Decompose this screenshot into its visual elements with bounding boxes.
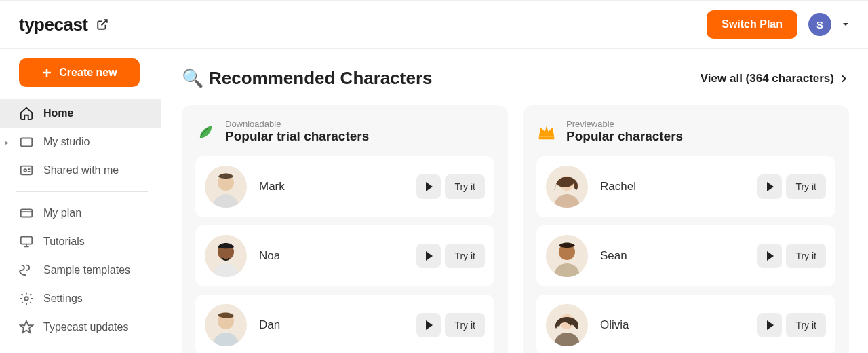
play-icon bbox=[767, 251, 774, 261]
panel-eyebrow: Previewable bbox=[566, 119, 683, 129]
character-avatar bbox=[205, 304, 247, 346]
sidebar-item-tutorials[interactable]: Tutorials bbox=[0, 227, 161, 256]
sidebar-item-label: Typecast updates bbox=[43, 321, 128, 333]
sidebar-item-settings[interactable]: Settings bbox=[0, 284, 161, 313]
panel-title: Popular characters bbox=[566, 129, 683, 144]
play-button[interactable] bbox=[416, 313, 441, 337]
wave-icon bbox=[19, 263, 34, 278]
monitor-icon bbox=[19, 234, 34, 249]
character-card: Mark Try it bbox=[195, 156, 494, 217]
character-card: Noa Try it bbox=[195, 225, 494, 286]
character-avatar bbox=[546, 304, 588, 346]
sidebar-item-my-plan[interactable]: My plan bbox=[0, 199, 161, 227]
play-icon bbox=[767, 320, 774, 330]
topbar: typecast Switch Plan S bbox=[0, 0, 868, 49]
try-it-button[interactable]: Try it bbox=[445, 313, 485, 337]
switch-plan-button[interactable]: Switch Plan bbox=[707, 10, 797, 39]
panel-header: Downloadable Popular trial characters bbox=[195, 119, 494, 144]
character-avatar bbox=[205, 235, 247, 277]
sidebar-divider bbox=[16, 191, 148, 192]
character-card: Olivia Try it bbox=[536, 295, 835, 353]
panel-eyebrow: Downloadable bbox=[225, 119, 369, 129]
card-icon bbox=[19, 206, 34, 221]
star-icon bbox=[19, 320, 34, 335]
character-avatar bbox=[205, 166, 247, 208]
crown-icon bbox=[536, 122, 557, 142]
section-header: 🔍 Recommended Characters View all (364 c… bbox=[182, 68, 849, 89]
sidebar-item-shared[interactable]: Shared with me bbox=[0, 156, 161, 185]
svg-rect-3 bbox=[21, 210, 33, 217]
play-button[interactable] bbox=[416, 244, 441, 268]
character-name: Rachel bbox=[600, 180, 757, 193]
logo[interactable]: typecast bbox=[19, 14, 108, 35]
view-all-link[interactable]: View all (364 characters) bbox=[701, 72, 849, 86]
panel-header: Previewable Popular characters bbox=[536, 119, 835, 144]
svg-point-5 bbox=[24, 297, 28, 301]
character-avatar bbox=[546, 166, 588, 208]
sidebar-item-my-studio[interactable]: ▸ My studio bbox=[0, 128, 161, 156]
try-it-button[interactable]: Try it bbox=[786, 174, 826, 199]
panel-title: Popular trial characters bbox=[225, 129, 369, 144]
play-icon bbox=[767, 182, 774, 191]
create-new-button[interactable]: Create new bbox=[19, 58, 140, 87]
sidebar-item-label: Sample templates bbox=[43, 264, 130, 276]
play-icon bbox=[426, 182, 433, 191]
character-card: Sean Try it bbox=[536, 225, 835, 286]
leaf-icon bbox=[195, 122, 216, 142]
chevron-right-icon bbox=[838, 73, 849, 84]
sidebar-item-label: My studio bbox=[43, 136, 90, 148]
logo-text: typecast bbox=[19, 14, 88, 35]
sidebar-item-label: Home bbox=[43, 107, 73, 119]
play-button[interactable] bbox=[757, 174, 782, 199]
play-icon bbox=[426, 320, 433, 330]
sidebar-item-home[interactable]: Home bbox=[0, 99, 161, 128]
user-avatar[interactable]: S bbox=[808, 13, 831, 36]
character-name: Olivia bbox=[600, 318, 757, 332]
character-name: Sean bbox=[600, 249, 757, 263]
sidebar-item-label: Shared with me bbox=[43, 164, 119, 176]
try-it-button[interactable]: Try it bbox=[445, 244, 485, 268]
svg-rect-0 bbox=[21, 138, 33, 147]
topbar-right: Switch Plan S bbox=[707, 10, 849, 39]
character-card: Rachel Try it bbox=[536, 156, 835, 217]
character-card: Dan Try it bbox=[195, 295, 494, 353]
svg-rect-4 bbox=[21, 237, 33, 244]
sidebar-item-updates[interactable]: Typecast updates bbox=[0, 313, 161, 341]
folder-icon bbox=[19, 134, 34, 149]
main-content: 🔍 Recommended Characters View all (364 c… bbox=[161, 49, 868, 353]
panel-popular-characters: Previewable Popular characters Rachel Tr… bbox=[523, 105, 849, 353]
try-it-button[interactable]: Try it bbox=[786, 244, 826, 268]
play-button[interactable] bbox=[757, 313, 782, 337]
sidebar-item-label: Settings bbox=[43, 293, 83, 305]
character-name: Noa bbox=[259, 249, 416, 263]
sidebar-item-label: My plan bbox=[43, 207, 81, 219]
svg-point-2 bbox=[24, 169, 26, 172]
section-title: 🔍 Recommended Characters bbox=[182, 68, 432, 89]
try-it-button[interactable]: Try it bbox=[445, 174, 485, 199]
svg-rect-12 bbox=[539, 136, 555, 139]
play-button[interactable] bbox=[416, 174, 441, 199]
plus-icon bbox=[41, 67, 52, 78]
home-icon bbox=[19, 106, 34, 121]
create-new-label: Create new bbox=[59, 67, 117, 79]
gear-icon bbox=[19, 291, 34, 306]
sidebar-item-label: Tutorials bbox=[43, 236, 85, 248]
try-it-button[interactable]: Try it bbox=[786, 313, 826, 337]
play-button[interactable] bbox=[757, 244, 782, 268]
sidebar-item-sample-templates[interactable]: Sample templates bbox=[0, 256, 161, 284]
magnifier-icon: 🔍 bbox=[182, 68, 203, 89]
play-icon bbox=[426, 251, 433, 261]
chevron-right-icon[interactable]: ▸ bbox=[5, 138, 9, 146]
external-link-icon bbox=[96, 18, 108, 31]
panels: Downloadable Popular trial characters Ma… bbox=[182, 105, 849, 353]
panel-trial-characters: Downloadable Popular trial characters Ma… bbox=[182, 105, 508, 353]
character-avatar bbox=[546, 235, 588, 277]
shared-icon bbox=[19, 163, 34, 178]
character-name: Dan bbox=[259, 318, 416, 332]
character-name: Mark bbox=[259, 180, 416, 193]
sidebar: Create new Home ▸ My studio Shared with … bbox=[0, 49, 161, 353]
caret-down-icon[interactable] bbox=[842, 21, 849, 28]
